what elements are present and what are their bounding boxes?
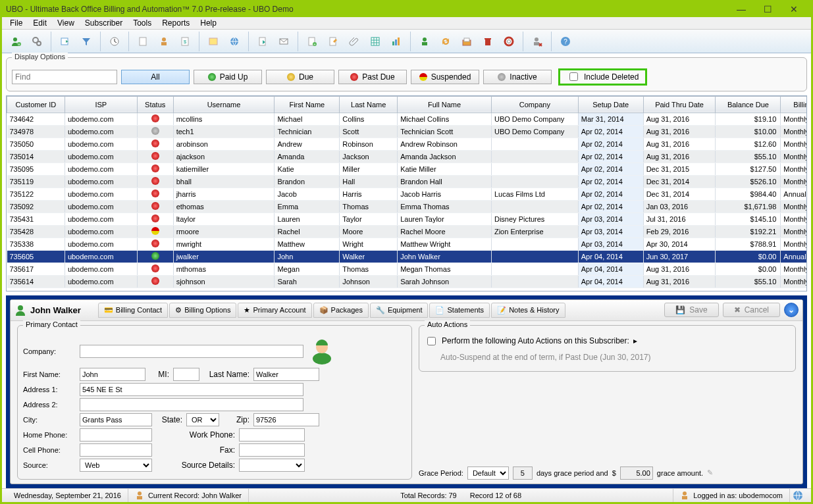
tb-lifebuoy-icon[interactable] (499, 32, 519, 51)
table-row[interactable]: 734642ubodemo.commcollinsMichaelCollinsM… (7, 113, 807, 125)
table-row[interactable]: 735119ubodemo.combhallBrandonHallBrandon… (7, 175, 807, 188)
col-9[interactable]: Paid Thru Date (643, 96, 716, 113)
tb-clock-icon[interactable] (105, 32, 124, 51)
globe-icon[interactable] (793, 490, 803, 501)
tab-packages[interactable]: 📦Packages (313, 303, 369, 318)
filter-pastdue-button[interactable]: Past Due (338, 70, 407, 84)
filter-inactive-button[interactable]: Inactive (483, 70, 552, 84)
home-phone-field[interactable] (80, 428, 152, 441)
tb-person-card-icon[interactable] (154, 32, 174, 51)
table-row[interactable]: 735428ubodemo.comrmooreRachelMooreRachel… (7, 225, 807, 238)
tb-doc-arrow-icon[interactable] (253, 32, 273, 51)
save-button[interactable]: 💾Save (664, 303, 718, 317)
table-row[interactable]: 735095ubodemo.comkatiemillerKatieMillerK… (7, 163, 807, 175)
menu-tools[interactable]: Tools (128, 17, 157, 29)
tb-doc-edit-icon[interactable] (323, 32, 343, 51)
tb-attach-icon[interactable] (344, 32, 364, 51)
table-row[interactable]: 735122ubodemo.comjharrisJacobHarrisJacob… (7, 188, 807, 200)
table-row[interactable]: 735617ubodemo.commthomasMeganThomasMegan… (7, 263, 807, 275)
col-7[interactable]: Company (491, 96, 578, 113)
tab-primary-account[interactable]: ★Primary Account (238, 303, 311, 318)
filter-suspended-button[interactable]: Suspended (411, 70, 479, 84)
expand-actions-icon[interactable]: ▸ (633, 336, 637, 345)
tb-doc-plus-icon[interactable]: + (302, 32, 322, 51)
table-row[interactable]: 735431ubodemo.comltaylorLaurenTaylorLaur… (7, 213, 807, 225)
address2-field[interactable] (80, 398, 303, 411)
minimize-button[interactable]: — (728, 4, 754, 14)
tab-equipment[interactable]: 🔧Equipment (370, 303, 429, 318)
edit-grace-icon[interactable]: ✎ (707, 468, 713, 477)
menu-edit[interactable]: Edit (28, 17, 52, 29)
include-deleted-toggle[interactable]: Include Deleted (558, 68, 647, 86)
menu-reports[interactable]: Reports (157, 17, 195, 29)
tb-refresh-icon[interactable] (436, 32, 456, 51)
perform-auto-actions-checkbox[interactable] (427, 337, 436, 345)
zip-field[interactable] (253, 413, 319, 426)
menu-subscriber[interactable]: Subscriber (80, 17, 128, 29)
tb-globe-icon[interactable] (224, 32, 244, 51)
grid-scroll[interactable]: Customer IDISPStatusUsernameFirst NameLa… (7, 96, 806, 291)
table-row[interactable]: 735050ubodemo.comarobinsonAndrewRobinson… (7, 138, 807, 150)
table-row[interactable]: 735614ubodemo.comsjohnsonSarahJohnsonSar… (7, 275, 807, 288)
tb-inbox-icon[interactable] (457, 32, 477, 51)
work-phone-field[interactable] (239, 428, 305, 441)
expand-down-button[interactable]: ⌄ (784, 303, 799, 317)
state-select[interactable]: OR (186, 413, 219, 426)
table-row[interactable]: 735605ubodemo.comjwalkerJohnWalkerJohn W… (7, 250, 807, 263)
menu-file[interactable]: File (5, 17, 28, 29)
tb-bill-icon[interactable]: $ (175, 32, 195, 51)
menu-view[interactable]: View (52, 17, 80, 29)
tab-billing-contact[interactable]: 💳Billing Contact (98, 303, 168, 318)
tb-chart-icon[interactable] (386, 32, 406, 51)
tb-mail-icon[interactable] (274, 32, 294, 51)
titlebar[interactable]: UBO - Ultimate Back Office Billing and A… (2, 2, 811, 17)
menu-help[interactable]: Help (195, 17, 222, 29)
maximize-button[interactable]: ☐ (754, 4, 781, 14)
address1-field[interactable] (80, 383, 303, 396)
col-4[interactable]: First Name (275, 96, 340, 113)
close-button[interactable]: ✕ (781, 4, 807, 14)
fax-field[interactable] (239, 443, 305, 457)
tb-filter-icon[interactable] (76, 32, 96, 51)
grace-default-select[interactable]: Default (467, 466, 509, 480)
tb-person-x-icon[interactable] (527, 32, 547, 51)
filter-all-button[interactable]: All (121, 70, 190, 84)
tb-new-subscriber-icon[interactable]: + (6, 32, 26, 51)
first-name-field[interactable] (80, 368, 145, 381)
last-name-field[interactable] (253, 368, 319, 381)
include-deleted-checkbox[interactable] (569, 72, 578, 81)
source-select[interactable]: Web (80, 459, 152, 472)
tb-note-icon[interactable] (203, 32, 223, 51)
tab-notes-history[interactable]: 📝Notes & History (491, 303, 565, 318)
tb-help-icon[interactable]: ? (556, 32, 575, 51)
col-2[interactable]: Status (137, 96, 173, 113)
col-1[interactable]: ISP (65, 96, 137, 113)
tb-export-icon[interactable] (55, 32, 75, 51)
filter-due-button[interactable]: Due (266, 70, 334, 84)
tab-billing-options[interactable]: ⚙Billing Options (169, 303, 236, 318)
cell-phone-field[interactable] (80, 443, 152, 457)
tab-statements[interactable]: 📄Statements (429, 303, 490, 318)
mi-field[interactable] (173, 368, 199, 381)
tb-sheet-icon[interactable] (365, 32, 385, 51)
filter-paidup-button[interactable]: Paid Up (194, 70, 262, 84)
col-8[interactable]: Setup Date (578, 96, 643, 113)
table-row[interactable]: 734978ubodemo.comtech1TechnicianScottTec… (7, 125, 807, 138)
table-row[interactable]: 735338ubodemo.commwrightMatthewWrightMat… (7, 238, 807, 250)
tb-worker-icon[interactable] (415, 32, 434, 51)
source-details-select[interactable] (239, 459, 305, 472)
company-field[interactable] (80, 345, 303, 358)
col-0[interactable]: Customer ID (7, 96, 65, 113)
table-row[interactable]: 735092ubodemo.comethomasEmmaThomasEmma T… (7, 200, 807, 213)
cancel-button[interactable]: ✖Cancel (723, 303, 780, 317)
tb-settings-icon[interactable] (27, 32, 47, 51)
city-field[interactable] (80, 413, 152, 426)
tb-trash-icon[interactable] (478, 32, 498, 51)
col-11[interactable]: Billing Cycle (781, 96, 806, 113)
col-3[interactable]: Username (173, 96, 275, 113)
table-row[interactable]: 735014ubodemo.comajacksonAmandaJacksonAm… (7, 150, 807, 163)
col-10[interactable]: Balance Due (716, 96, 781, 113)
find-input[interactable] (12, 70, 117, 84)
col-5[interactable]: Last Name (340, 96, 398, 113)
tb-page-icon[interactable] (133, 32, 153, 51)
